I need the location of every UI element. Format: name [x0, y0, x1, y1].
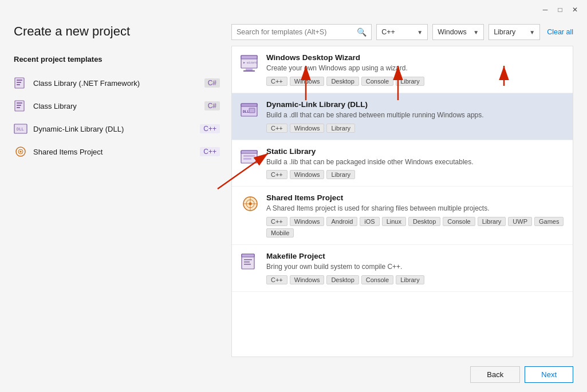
- tag: Games: [534, 217, 564, 226]
- template-3-name: Shared Items Project: [266, 193, 565, 202]
- tag: iOS: [360, 217, 379, 226]
- section-label: Recent project templates: [14, 55, 220, 64]
- back-button[interactable]: Back: [470, 366, 520, 383]
- filter-language-arrow: ▼: [417, 29, 423, 35]
- svg-rect-16: [246, 68, 253, 70]
- close-button[interactable]: ✕: [570, 5, 580, 15]
- class-lib-icon: [14, 99, 27, 113]
- tag: Linux: [382, 217, 406, 226]
- restore-button[interactable]: □: [555, 5, 565, 15]
- svg-text:DLL: DLL: [17, 127, 24, 132]
- svg-rect-25: [243, 158, 251, 160]
- title-bar-buttons: ─ □ ✕: [540, 5, 580, 15]
- tag: Library: [326, 124, 355, 133]
- tag: Windows: [290, 170, 325, 179]
- recent-item-1-lang: C#: [204, 101, 220, 110]
- tag: Desktop: [326, 77, 358, 86]
- tag: C++: [266, 77, 287, 86]
- tag: C++: [266, 170, 287, 179]
- template-item-2[interactable]: Static Library Build a .lib that can be …: [232, 140, 573, 187]
- svg-rect-6: [17, 105, 21, 106]
- tag: Console: [443, 217, 475, 226]
- tag: Desktop: [326, 275, 358, 284]
- minimize-button[interactable]: ─: [540, 5, 550, 15]
- filter-type[interactable]: Library ▼: [488, 24, 540, 40]
- tag: Console: [361, 275, 393, 284]
- svg-rect-34: [244, 262, 250, 263]
- recent-item-3-name: Shared Items Project: [33, 148, 103, 156]
- svg-rect-1: [17, 80, 22, 81]
- svg-rect-32: [242, 254, 254, 257]
- recent-item-0[interactable]: Class Library (.NET Framework) C#: [14, 72, 220, 94]
- svg-rect-23: [241, 151, 257, 153]
- svg-rect-35: [244, 264, 251, 265]
- template-0-tags: C++ Windows Desktop Console Library: [266, 77, 565, 86]
- svg-rect-2: [17, 82, 21, 83]
- clear-all-link[interactable]: Clear all: [547, 28, 573, 36]
- recent-item-1-name: Class Library: [33, 102, 77, 110]
- template-4-body: Makefile Project Bring your own build sy…: [266, 252, 565, 284]
- main-content: Create a new project Recent project temp…: [0, 19, 587, 357]
- recent-item-2-lang: C++: [200, 124, 220, 133]
- recent-item-2[interactable]: DLL Dynamic-Link Library (DLL) C++: [14, 117, 220, 140]
- svg-rect-15: [243, 70, 255, 72]
- filter-type-arrow: ▼: [529, 29, 535, 35]
- recent-item-1[interactable]: Class Library C#: [14, 94, 220, 117]
- tag: Library: [326, 170, 355, 179]
- search-box[interactable]: 🔍: [231, 24, 372, 40]
- filter-language-value: C++: [381, 28, 395, 36]
- svg-point-12: [20, 151, 22, 153]
- filter-type-value: Library: [494, 28, 515, 36]
- left-panel: Create a new project Recent project temp…: [14, 19, 231, 357]
- template-4-name: Makefile Project: [266, 252, 565, 260]
- filter-platform-arrow: ▼: [473, 29, 479, 35]
- template-0-name: Windows Desktop Wizard: [266, 53, 565, 62]
- templates-list: ▶ wizard Windows Desktop Wizard Create y…: [231, 46, 573, 357]
- template-4-tags: C++ Windows Desktop Console Library: [266, 275, 565, 284]
- tag: Windows: [290, 275, 325, 284]
- filter-platform-value: Windows: [438, 28, 467, 36]
- tag: Windows: [290, 77, 325, 86]
- template-item-1[interactable]: DLL Dynamic-Link Library (DLL) Build a .…: [232, 93, 573, 140]
- next-button[interactable]: Next: [525, 366, 573, 383]
- tag: C++: [266, 275, 287, 284]
- template-1-name: Dynamic-Link Library (DLL): [266, 100, 565, 109]
- tag: C++: [266, 217, 287, 226]
- search-input[interactable]: [237, 28, 357, 36]
- svg-text:▶ wizard: ▶ wizard: [243, 61, 257, 64]
- template-item-3[interactable]: Shared Items Project A Shared Items proj…: [232, 187, 573, 245]
- template-item-4[interactable]: Makefile Project Bring your own build sy…: [232, 245, 573, 292]
- filter-language[interactable]: C++ ▼: [376, 24, 428, 40]
- recent-item-0-lang: C#: [204, 78, 220, 88]
- tag: Library: [396, 77, 424, 86]
- template-item-0[interactable]: ▶ wizard Windows Desktop Wizard Create y…: [232, 46, 573, 93]
- page-title: Create a new project: [14, 24, 220, 39]
- svg-rect-33: [244, 259, 252, 260]
- svg-rect-7: [17, 107, 20, 108]
- svg-rect-5: [17, 102, 22, 104]
- title-bar: ─ □ ✕: [0, 0, 587, 19]
- recent-item-2-name: Dynamic-Link Library (DLL): [33, 125, 124, 133]
- dll-icon: DLL: [14, 122, 27, 136]
- svg-rect-24: [243, 155, 255, 157]
- tag: Library: [396, 275, 424, 284]
- svg-rect-3: [17, 84, 20, 85]
- tag: C++: [266, 124, 287, 133]
- search-icon: 🔍: [357, 27, 367, 37]
- tag: Windows: [290, 217, 325, 226]
- svg-rect-19: [241, 104, 257, 106]
- template-3-desc: A Shared Items project is used for shari…: [266, 204, 565, 213]
- tag: Console: [361, 77, 393, 86]
- template-2-name: Static Library: [266, 147, 565, 156]
- recent-item-0-name: Class Library (.NET Framework): [33, 79, 140, 88]
- template-1-desc: Build a .dll that can be shared between …: [266, 110, 565, 120]
- template-1-body: Dynamic-Link Library (DLL) Build a .dll …: [266, 100, 565, 133]
- recent-item-3[interactable]: Shared Items Project C++: [14, 140, 220, 163]
- tag: UWP: [508, 217, 532, 226]
- filter-platform[interactable]: Windows ▼: [432, 24, 484, 40]
- right-panel: 🔍 C++ ▼ Windows ▼ Library ▼ Clear all: [231, 19, 573, 357]
- tag: Library: [478, 217, 506, 226]
- template-4-desc: Bring your own build system to compile C…: [266, 262, 565, 272]
- dll-template-icon: DLL: [240, 100, 261, 121]
- template-2-desc: Build a .lib that can be packaged inside…: [266, 157, 565, 167]
